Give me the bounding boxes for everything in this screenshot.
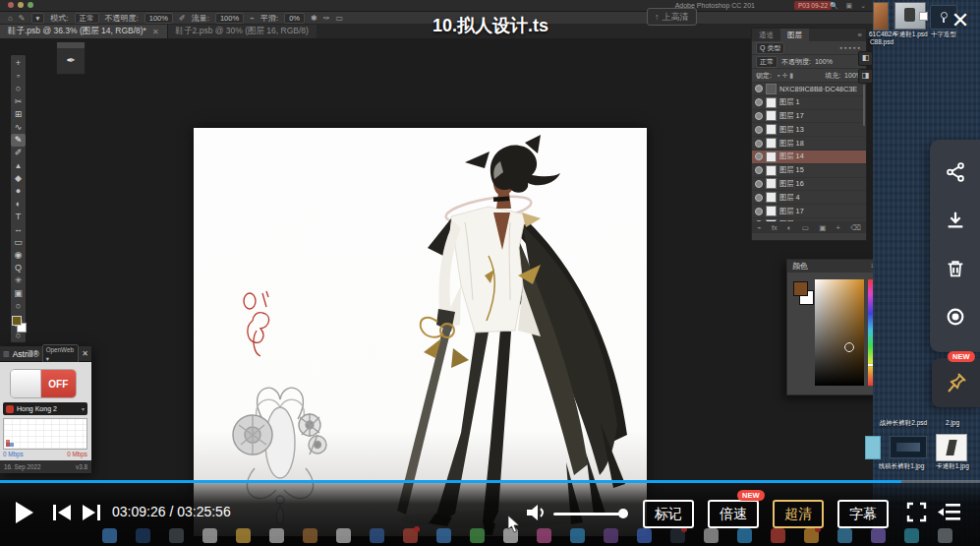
ps-tool-icon[interactable]: + [11, 57, 26, 70]
layers-footer-icon[interactable]: ⌁ [757, 223, 762, 232]
document-tab-idle[interactable]: 鞋子2.psb @ 30% (图层 16, RGB/8) [167, 25, 317, 38]
volume-knob[interactable] [618, 509, 628, 518]
layers-footer-icon[interactable]: ◐ [787, 223, 792, 232]
foreground-swatch[interactable] [793, 281, 808, 296]
file-thumbnail-partial[interactable] [865, 436, 881, 459]
filter-type-dropdown[interactable]: Q 类型 [756, 42, 784, 54]
next-button[interactable] [81, 503, 102, 522]
libraries-panel-icon[interactable]: ◨ [858, 69, 873, 84]
ps-tool-icon[interactable]: ✳ [11, 274, 26, 287]
eye-icon[interactable] [755, 85, 763, 92]
pin-tile[interactable] [932, 358, 980, 407]
layer-row[interactable]: 图层 14 [752, 151, 866, 164]
filter-icons[interactable]: ▪▪▪▪▪ [840, 44, 862, 51]
progress-bar[interactable] [0, 480, 980, 483]
speed-button[interactable]: 倍速 [708, 500, 759, 528]
flow-select[interactable]: 100% [215, 13, 244, 24]
mac-zoom-dot[interactable] [28, 2, 33, 8]
layer-row[interactable]: 图层 1 [752, 96, 866, 110]
ps-tool-icon[interactable]: T [11, 211, 26, 223]
layer-row[interactable]: 图层 8 [752, 218, 866, 221]
document-tab-active[interactable]: 鞋子.psb @ 36.3% (图层 14, RGB/8)* ✕ [0, 25, 167, 38]
brush-preset-dropdown[interactable]: ▾ [31, 13, 45, 24]
ps-canvas[interactable] [194, 128, 647, 536]
share-icon[interactable] [945, 161, 966, 187]
smooth-select[interactable]: 0% [284, 13, 305, 24]
ps-tool-icon[interactable]: ⊞ [11, 108, 26, 121]
file-thumbnail-figure[interactable] [936, 434, 967, 461]
layers-footer-icon[interactable]: ⌫ [850, 223, 861, 232]
previous-button[interactable] [51, 503, 73, 522]
ps-tool-icon[interactable]: ✂ [11, 95, 26, 108]
symmetry-icon[interactable]: ▭ [335, 14, 343, 23]
saturation-brightness-field[interactable] [815, 279, 864, 386]
layers-scrollbar[interactable] [863, 85, 865, 126]
panel-menu-icon[interactable]: ≡ [858, 30, 866, 39]
ps-tool-icon[interactable]: ▣ [11, 287, 26, 300]
brush-preview-float-panel[interactable]: ✒ [56, 41, 86, 75]
server-selector[interactable]: Hong Kong 2 ▾ [3, 402, 87, 415]
tab-channels[interactable]: 通道 [752, 29, 780, 41]
layer-row[interactable]: 图层 18 [752, 137, 866, 151]
eye-icon[interactable] [755, 220, 763, 221]
layers-footer-icon[interactable]: ▣ [819, 223, 826, 232]
mode-select[interactable]: 正常 [75, 13, 99, 24]
ps-tool-icon[interactable]: ▭ [11, 236, 26, 249]
layers-panel-footer-icons[interactable]: ⌁fx◐▭▣+⌫ [752, 221, 866, 233]
foreground-color-swatch[interactable] [12, 316, 22, 326]
eye-icon[interactable] [755, 126, 763, 134]
file-thumbnail-cartoon-shoe[interactable] [894, 2, 926, 30]
ps-tool-icon[interactable]: ● [11, 185, 26, 198]
lock-icons[interactable]: ▪✛▮ [778, 72, 795, 80]
openweb-dropdown[interactable]: OpenWeb ▾ [42, 344, 80, 364]
eye-icon[interactable] [755, 112, 763, 120]
color-field-marker[interactable] [844, 342, 854, 352]
eye-icon[interactable] [755, 98, 763, 106]
ps-menubar-icons[interactable]: 🔍 ▣ ⌄ [830, 2, 869, 10]
layers-footer-icon[interactable]: fx [772, 223, 778, 232]
layer-row[interactable]: 图层 17 [752, 110, 866, 124]
eye-icon[interactable] [755, 194, 763, 202]
blend-mode-dropdown[interactable]: 正常 [756, 56, 778, 68]
opacity-value[interactable]: 100% [815, 58, 833, 65]
ps-tool-icon[interactable]: ◆ [11, 172, 26, 185]
astrill-close-icon[interactable]: ✕ [82, 349, 88, 358]
close-tab-icon[interactable]: ✕ [152, 28, 159, 36]
gear-icon[interactable]: ✱ [311, 14, 317, 23]
file-thumbnail-dark-lineart[interactable] [890, 436, 927, 458]
ps-tool-icon[interactable]: ◉ [11, 249, 26, 262]
layer-row[interactable]: 图层 16 [752, 178, 866, 192]
eye-icon[interactable] [755, 208, 763, 215]
ps-tool-icon[interactable]: ◐ [11, 198, 26, 211]
play-button[interactable] [12, 500, 35, 525]
opacity-select[interactable]: 100% [144, 13, 173, 24]
ps-tool-icon[interactable]: ▴ [11, 159, 26, 172]
selection-checkbox[interactable] [919, 12, 928, 21]
home-icon[interactable]: ⌂ [8, 14, 13, 23]
download-icon[interactable] [945, 210, 966, 235]
mac-minimize-dot[interactable] [18, 2, 24, 8]
quality-button[interactable]: 超清 [773, 500, 824, 528]
airbrush-icon[interactable]: ⌁ [250, 14, 255, 23]
delete-icon[interactable] [945, 258, 966, 283]
brush-tool-icon[interactable]: ✎ [19, 14, 26, 23]
playlist-icon[interactable] [938, 503, 961, 521]
ps-tool-icon[interactable]: Q [11, 262, 26, 274]
tab-layers[interactable]: 图层 [780, 29, 809, 41]
ps-tool-icon[interactable]: ✐ [11, 147, 26, 159]
layer-row[interactable]: 图层 15 [752, 164, 866, 178]
subtitle-button[interactable]: 字幕 [837, 500, 889, 528]
eye-icon[interactable] [755, 152, 763, 160]
ps-tool-icon[interactable]: ▫ [11, 70, 26, 83]
pressure-opacity-icon[interactable]: ✐ [179, 14, 186, 23]
ps-tool-icon[interactable]: ↔ [11, 223, 26, 236]
layers-footer-icon[interactable]: + [836, 223, 840, 232]
layer-row[interactable]: 图层 17 [752, 205, 866, 218]
volume-icon[interactable] [525, 503, 547, 522]
layer-row[interactable]: 图层 13 [752, 123, 866, 137]
close-icon[interactable]: ✕ [946, 6, 975, 35]
record-icon[interactable] [945, 306, 966, 332]
foreground-background-swatches[interactable] [11, 315, 26, 317]
eye-icon[interactable] [755, 166, 763, 174]
collapse-panel-icon[interactable]: ◧ [858, 51, 873, 66]
